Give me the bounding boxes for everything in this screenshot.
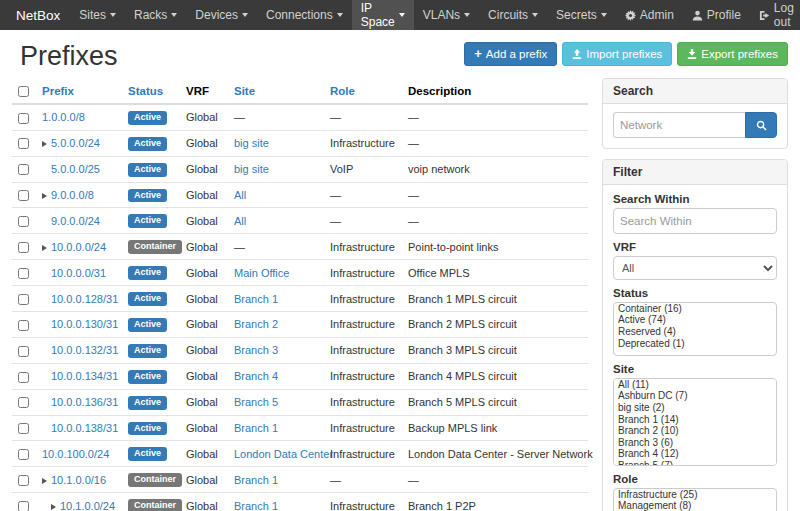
row-checkbox[interactable] <box>18 216 29 227</box>
prefix-link[interactable]: 10.0.0.134/31 <box>51 370 118 382</box>
row-checkbox[interactable] <box>18 449 29 460</box>
prefix-link[interactable]: 10.0.0.0/24 <box>51 241 106 253</box>
row-checkbox[interactable] <box>18 423 29 434</box>
table-row: 10.0.0.0/24ContainerGlobal—Infrastructur… <box>12 234 588 260</box>
row-checkbox[interactable] <box>18 113 29 124</box>
row-checkbox[interactable] <box>18 138 29 149</box>
search-input[interactable] <box>613 112 745 138</box>
role-listbox[interactable]: Infrastructure (25)Management (8)Private… <box>613 488 777 511</box>
prefix-cell: 10.0.0.0/31 <box>36 260 122 286</box>
listbox-option[interactable]: Branch 3 (6) <box>614 437 776 449</box>
site-link[interactable]: Branch 1 <box>234 293 278 305</box>
export-prefixes-button[interactable]: Export prefixes <box>677 42 788 66</box>
search-within-input[interactable] <box>613 208 777 234</box>
column-header-prefix[interactable]: Prefix <box>36 78 122 103</box>
expand-icon[interactable] <box>42 478 47 484</box>
prefix-link[interactable]: 10.1.0.0/24 <box>60 500 115 511</box>
nav-item-connections[interactable]: Connections <box>257 0 352 30</box>
column-header-site[interactable]: Site <box>228 78 324 103</box>
prefix-link[interactable]: 10.0.0.132/31 <box>51 344 118 356</box>
prefix-link[interactable]: 1.0.0.0/8 <box>42 111 85 123</box>
nav-item-circuits[interactable]: Circuits <box>479 0 547 30</box>
prefix-link[interactable]: 10.1.0.0/16 <box>51 474 106 486</box>
nav-item-label: Log out <box>774 1 794 29</box>
site-cell: Branch 1 <box>228 467 324 493</box>
column-header-status[interactable]: Status <box>122 78 180 103</box>
site-link[interactable]: Main Office <box>234 267 289 279</box>
site-link[interactable]: big site <box>234 137 269 149</box>
listbox-option[interactable]: Management (8) <box>614 501 776 511</box>
prefix-link[interactable]: 10.0.0.138/31 <box>51 422 118 434</box>
listbox-option[interactable]: Branch 1 (14) <box>614 414 776 426</box>
site-link[interactable]: Branch 3 <box>234 344 278 356</box>
nav-item-profile[interactable]: Profile <box>683 0 750 30</box>
listbox-option[interactable]: All (11) <box>614 379 776 391</box>
site-listbox[interactable]: All (11)Ashburn DC (7)big site (2)Branch… <box>613 378 777 466</box>
listbox-option[interactable]: Infrastructure (25) <box>614 489 776 501</box>
row-checkbox[interactable] <box>18 242 29 253</box>
prefix-link[interactable]: 10.0.0.128/31 <box>51 293 118 305</box>
nav-item-racks[interactable]: Racks <box>125 0 186 30</box>
listbox-option[interactable]: Active (74) <box>614 315 776 327</box>
app-brand[interactable]: NetBox <box>6 0 70 30</box>
listbox-option[interactable]: Ashburn DC (7) <box>614 391 776 403</box>
row-checkbox[interactable] <box>18 501 29 511</box>
site-link[interactable]: London Data Center <box>234 448 333 460</box>
import-prefixes-button[interactable]: Import prefixes <box>562 42 672 66</box>
prefix-link[interactable]: 10.0.0.130/31 <box>51 318 118 330</box>
listbox-option[interactable]: Deprecated (1) <box>614 338 776 350</box>
search-button[interactable] <box>745 112 777 138</box>
expand-icon[interactable] <box>42 193 47 199</box>
expand-icon[interactable] <box>42 245 47 251</box>
row-checkbox[interactable] <box>18 294 29 305</box>
site-link[interactable]: Branch 4 <box>234 370 278 382</box>
nav-item-admin[interactable]: Admin <box>616 0 683 30</box>
prefix-link[interactable]: 10.0.100.0/24 <box>42 448 109 460</box>
status-listbox[interactable]: Container (16)Active (74)Reserved (4)Dep… <box>613 302 777 356</box>
row-checkbox[interactable] <box>18 397 29 408</box>
site-link[interactable]: Branch 1 <box>234 500 278 511</box>
prefix-cell: 10.1.0.0/16 <box>36 467 122 493</box>
row-checkbox[interactable] <box>18 346 29 357</box>
site-link[interactable]: All <box>234 215 246 227</box>
select-all-checkbox[interactable] <box>18 86 29 97</box>
listbox-option[interactable]: big site (2) <box>614 403 776 415</box>
prefix-link[interactable]: 10.0.0.136/31 <box>51 396 118 408</box>
vrf-select[interactable]: All <box>613 256 777 280</box>
site-link[interactable]: Branch 5 <box>234 396 278 408</box>
row-checkbox[interactable] <box>18 164 29 175</box>
nav-item-secrets[interactable]: Secrets <box>547 0 616 30</box>
site-link[interactable]: Branch 1 <box>234 422 278 434</box>
nav-item-devices[interactable]: Devices <box>186 0 257 30</box>
site-link[interactable]: big site <box>234 163 269 175</box>
listbox-option[interactable]: Branch 2 (10) <box>614 426 776 438</box>
chevron-down-icon <box>601 13 607 17</box>
row-checkbox[interactable] <box>18 190 29 201</box>
nav-item-log-out[interactable]: Log out <box>750 0 800 30</box>
prefix-link[interactable]: 10.0.0.0/31 <box>51 267 106 279</box>
row-checkbox[interactable] <box>18 320 29 331</box>
add-prefix-button[interactable]: + Add a prefix <box>464 42 557 66</box>
listbox-option[interactable]: Branch 5 (7) <box>614 461 776 467</box>
prefix-link[interactable]: 5.0.0.0/25 <box>51 163 100 175</box>
prefix-link[interactable]: 5.0.0.0/24 <box>51 137 100 149</box>
prefix-link[interactable]: 9.0.0.0/8 <box>51 189 94 201</box>
status-badge: Active <box>128 318 167 332</box>
expand-icon[interactable] <box>51 504 56 510</box>
vrf-cell: Global <box>180 311 228 337</box>
site-link[interactable]: Branch 2 <box>234 318 278 330</box>
nav-item-ip-space[interactable]: IP Space <box>352 0 414 30</box>
listbox-option[interactable]: Branch 4 (12) <box>614 449 776 461</box>
prefix-link[interactable]: 9.0.0.0/24 <box>51 215 100 227</box>
nav-item-sites[interactable]: Sites <box>70 0 125 30</box>
column-header-role[interactable]: Role <box>324 78 402 103</box>
listbox-option[interactable]: Container (16) <box>614 303 776 315</box>
row-checkbox[interactable] <box>18 475 29 486</box>
expand-icon[interactable] <box>42 141 47 147</box>
listbox-option[interactable]: Reserved (4) <box>614 327 776 339</box>
nav-item-vlans[interactable]: VLANs <box>414 0 479 30</box>
row-checkbox[interactable] <box>18 268 29 279</box>
site-link[interactable]: Branch 1 <box>234 474 278 486</box>
site-link[interactable]: All <box>234 189 246 201</box>
row-checkbox[interactable] <box>18 372 29 383</box>
